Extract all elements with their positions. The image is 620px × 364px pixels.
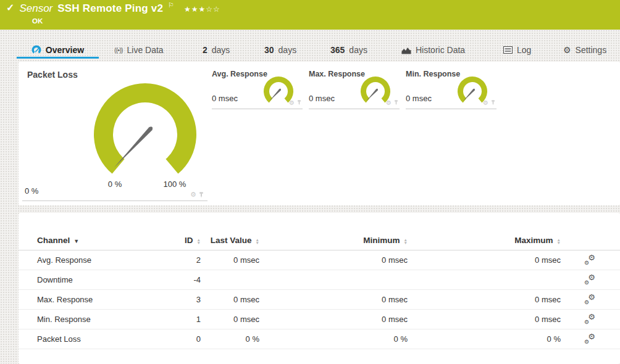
gauge-section-divider	[212, 109, 303, 109]
tab-30-days[interactable]: 30 days	[264, 41, 296, 59]
cell-last-value: 0 msec	[201, 250, 259, 270]
mini-gauge-value: 0 msec	[212, 94, 238, 103]
gauge-tools: ⚙	[190, 191, 204, 199]
cell-minimum: 0 %	[259, 329, 408, 349]
column-header-tools	[561, 231, 620, 250]
channel-table-body: Avg. Response 2 0 msec 0 msec 0 msec ⚙⚙ …	[19, 250, 620, 349]
settings-gear-icon: ⚙	[563, 45, 571, 55]
cell-last-value: 0 %	[201, 329, 259, 349]
gauge-tools: ⚙	[289, 99, 301, 106]
priority-flag-icon[interactable]: ⚐	[168, 1, 174, 9]
gauge-settings-gear-icon[interactable]: ⚙	[289, 99, 295, 106]
active-tab-underline	[17, 57, 99, 59]
main-gauge-title: Packet Loss	[27, 70, 78, 80]
cell-last-value: 0 msec	[201, 309, 259, 329]
edit-channel-gears-icon[interactable]: ⚙⚙	[584, 313, 595, 323]
tab-settings[interactable]: ⚙ Settings	[563, 41, 606, 59]
column-header-channel[interactable]: Channel▼	[19, 231, 164, 250]
cell-minimum: 0 msec	[259, 309, 408, 329]
sort-desc-icon: ▼	[73, 238, 79, 244]
gauge-settings-gear-icon[interactable]: ⚙	[190, 191, 196, 199]
gauge-section-divider	[22, 201, 207, 201]
gauge-needle	[114, 126, 153, 168]
tab-live-data[interactable]: ((•)) Live Data	[114, 41, 164, 59]
table-row[interactable]: Packet Loss 0 0 % 0 % 0 % ⚙⚙	[19, 329, 620, 349]
mini-gauge-title: Min. Response	[406, 70, 460, 78]
tab-number: 365	[330, 45, 345, 55]
edit-channel-gears-icon[interactable]: ⚙⚙	[584, 333, 595, 343]
gauge-scale-min: 0 %	[108, 180, 122, 189]
object-kind-label: Sensor	[19, 2, 52, 15]
pin-icon[interactable]	[394, 100, 398, 105]
sort-icon: ▲▼	[557, 238, 561, 244]
cell-last-value	[201, 270, 259, 289]
cell-channel-id: 1	[164, 309, 201, 329]
tab-2-days[interactable]: 2 days	[203, 41, 230, 59]
cell-maximum: 0 msec	[408, 250, 561, 270]
stars-filled: ★★★	[184, 5, 206, 14]
tab-365-days[interactable]: 365 days	[330, 41, 367, 59]
edit-channel-gears-icon[interactable]: ⚙⚙	[584, 274, 595, 284]
edit-channel-gears-icon[interactable]: ⚙⚙	[584, 254, 595, 264]
cell-maximum: 0 msec	[408, 289, 561, 309]
tab-label: days	[212, 45, 230, 55]
tab-historic-data[interactable]: Historic Data	[401, 41, 465, 59]
mini-gauge-avg-response: Avg. Response 0 msec ⚙	[212, 62, 303, 205]
status-check-icon: ✓	[6, 2, 14, 14]
cell-channel-id: 2	[164, 250, 201, 270]
gauge-icon	[31, 45, 41, 55]
historic-chart-icon	[401, 46, 411, 54]
sensor-title: SSH Remote Ping v2	[57, 2, 163, 15]
priority-stars[interactable]: ★★★☆☆	[184, 5, 220, 14]
cell-channel-name: Max. Response	[19, 289, 164, 309]
gauge-section-divider	[309, 109, 400, 109]
column-header-minimum[interactable]: Minimum▲▼	[259, 231, 408, 250]
table-row[interactable]: Min. Response 1 0 msec 0 msec 0 msec ⚙⚙	[19, 309, 620, 329]
table-header-row: Channel▼ ID▲▼ Last Value▲▼ Minimum▲▼ Max…	[19, 231, 620, 250]
cell-channel-id: -4	[164, 270, 201, 289]
sort-icon: ▲▼	[197, 238, 201, 244]
tab-log[interactable]: Log	[503, 41, 531, 59]
gauge-tools: ⚙	[386, 99, 398, 106]
sort-icon: ▲▼	[404, 238, 408, 244]
cell-channel-id: 3	[164, 289, 201, 309]
gauge-section-divider	[406, 109, 496, 109]
cell-minimum: 0 msec	[259, 250, 408, 270]
status-badge: OK	[32, 17, 43, 25]
log-list-icon	[503, 46, 513, 54]
edit-channel-gears-icon[interactable]: ⚙⚙	[584, 294, 595, 304]
gauge-settings-gear-icon[interactable]: ⚙	[483, 99, 488, 106]
sensor-header-bar: ✓ Sensor SSH Remote Ping v2 ⚐ ★★★☆☆ OK	[0, 0, 620, 30]
table-row[interactable]: Avg. Response 2 0 msec 0 msec 0 msec ⚙⚙	[19, 250, 620, 270]
cell-minimum	[259, 270, 408, 289]
cell-minimum: 0 msec	[259, 289, 408, 309]
table-row[interactable]: Max. Response 3 0 msec 0 msec 0 msec ⚙⚙	[19, 289, 620, 309]
gauge-settings-gear-icon[interactable]: ⚙	[386, 99, 392, 106]
tab-label: Settings	[576, 45, 607, 55]
pin-icon[interactable]	[491, 100, 495, 105]
tab-overview[interactable]: Overview	[17, 41, 99, 59]
mini-gauge-title: Max. Response	[309, 70, 365, 78]
mini-gauge-value: 0 msec	[309, 94, 335, 103]
cell-channel-name: Min. Response	[19, 309, 164, 329]
stars-empty: ☆☆	[206, 5, 220, 14]
tab-label: days	[349, 45, 367, 55]
column-header-maximum[interactable]: Maximum▲▼	[408, 231, 561, 250]
tab-bar: Overview ((•)) Live Data 2 days 30 days …	[0, 30, 620, 62]
packet-loss-gauge	[93, 82, 198, 187]
tab-number: 2	[203, 45, 207, 55]
sort-icon: ▲▼	[256, 238, 259, 244]
live-data-icon: ((•))	[114, 46, 123, 54]
table-row[interactable]: Downtime -4 ⚙⚙	[19, 270, 620, 289]
column-header-id[interactable]: ID▲▼	[164, 231, 201, 250]
pin-icon[interactable]	[199, 192, 204, 198]
cell-last-value: 0 msec	[201, 289, 259, 309]
cell-maximum: 0 msec	[408, 309, 561, 329]
tab-label: days	[279, 45, 297, 55]
pin-icon[interactable]	[297, 100, 301, 105]
column-header-last-value[interactable]: Last Value▲▼	[201, 231, 259, 250]
cell-channel-id: 0	[164, 329, 201, 349]
cell-channel-name: Avg. Response	[19, 250, 164, 270]
gauge-scale-max: 100 %	[164, 180, 186, 189]
tab-label: Live Data	[127, 45, 164, 55]
